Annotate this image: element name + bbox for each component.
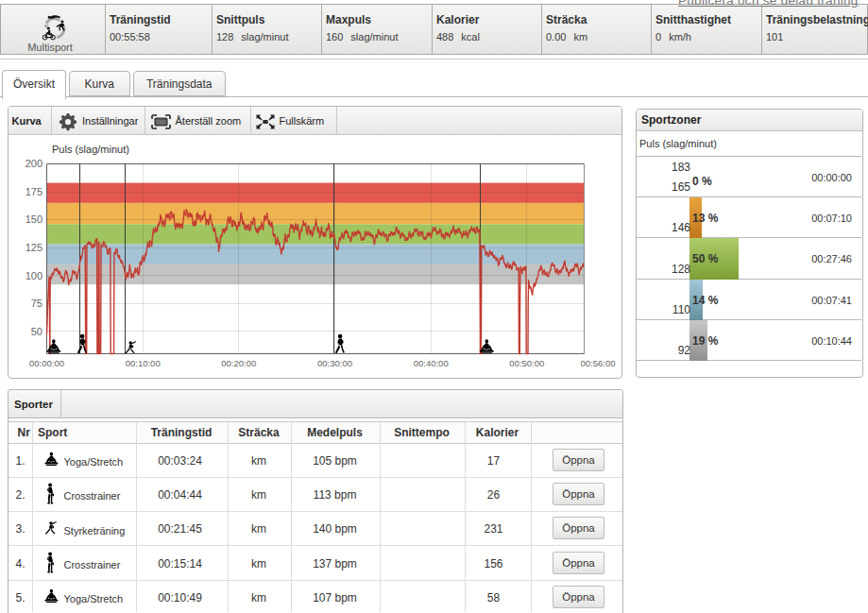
svg-text:200: 200 bbox=[26, 158, 43, 169]
svg-text:00:00:00: 00:00:00 bbox=[29, 358, 64, 368]
svg-text:Puls (slag/minut): Puls (slag/minut) bbox=[52, 144, 129, 155]
svg-text:00:40:00: 00:40:00 bbox=[414, 358, 449, 368]
svg-text:00:56:00: 00:56:00 bbox=[581, 358, 616, 368]
svg-text:125: 125 bbox=[26, 242, 43, 253]
svg-text:50: 50 bbox=[31, 326, 43, 337]
svg-text:100: 100 bbox=[26, 270, 43, 281]
svg-text:75: 75 bbox=[31, 298, 43, 309]
svg-text:00:20:00: 00:20:00 bbox=[221, 358, 256, 368]
svg-text:00:10:00: 00:10:00 bbox=[126, 358, 161, 368]
svg-text:00:50:00: 00:50:00 bbox=[509, 358, 544, 368]
svg-text:150: 150 bbox=[26, 213, 43, 225]
svg-text:175: 175 bbox=[26, 186, 43, 197]
svg-text:00:30:00: 00:30:00 bbox=[317, 358, 352, 368]
